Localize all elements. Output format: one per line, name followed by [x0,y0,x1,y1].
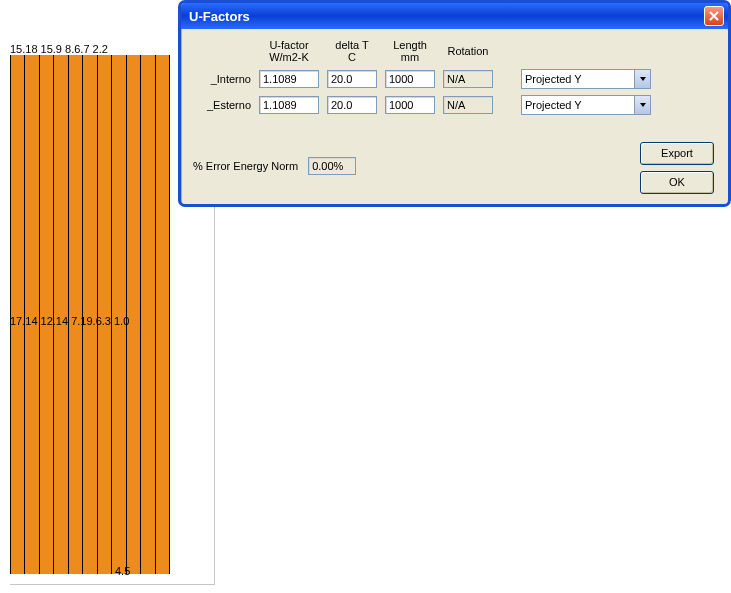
interno-deltat-field[interactable]: 20.0 [327,70,377,88]
esterno-projection-select[interactable]: Projected Y [521,95,651,115]
dialog-title: U-Factors [189,9,250,24]
close-icon [709,9,719,24]
error-energy-line: % Error Energy Norm 0.00% [193,157,716,175]
export-button[interactable]: Export [640,142,714,165]
interno-projection-select[interactable]: Projected Y [521,69,651,89]
error-energy-label: % Error Energy Norm [193,160,298,172]
interno-length-field[interactable]: 1000 [385,70,435,88]
close-button[interactable] [704,6,724,26]
header-rotation: Rotation [448,45,489,57]
chevron-down-icon [634,70,650,88]
ufactor-grid: U-factor W/m2-K delta T C Length mm Rota… [193,39,716,115]
diagram-bottom-label: 4.5 [115,565,155,577]
esterno-ufactor-field[interactable]: 1.1089 [259,96,319,114]
interno-ufactor-field[interactable]: 1.1089 [259,70,319,88]
esterno-deltat-field[interactable]: 20.0 [327,96,377,114]
row-label-esterno: _Esterno [207,99,251,111]
row-label-interno: _Interno [211,73,251,85]
interno-rotation-field: N/A [443,70,493,88]
error-energy-value: 0.00% [308,157,356,175]
ok-button[interactable]: OK [640,171,714,194]
select-value: Projected Y [525,73,582,85]
select-value: Projected Y [525,99,582,111]
dialog-body: U-factor W/m2-K delta T C Length mm Rota… [181,29,728,204]
header-ufactor: U-factor W/m2-K [269,39,309,63]
title-bar[interactable]: U-Factors [181,3,728,29]
header-length: Length mm [393,39,427,63]
diagram-mid-labels: 17.14 12.14 7.19.6.3 1.0 [10,315,200,327]
esterno-length-field[interactable]: 1000 [385,96,435,114]
esterno-rotation-field: N/A [443,96,493,114]
header-deltat: delta T C [335,39,368,63]
ufactors-dialog: U-Factors U-factor W/m2-K delta T C Leng… [178,0,731,207]
diagram-top-labels: 15.18 15.9 8.6.7 2.2 [10,43,200,55]
chevron-down-icon [634,96,650,114]
